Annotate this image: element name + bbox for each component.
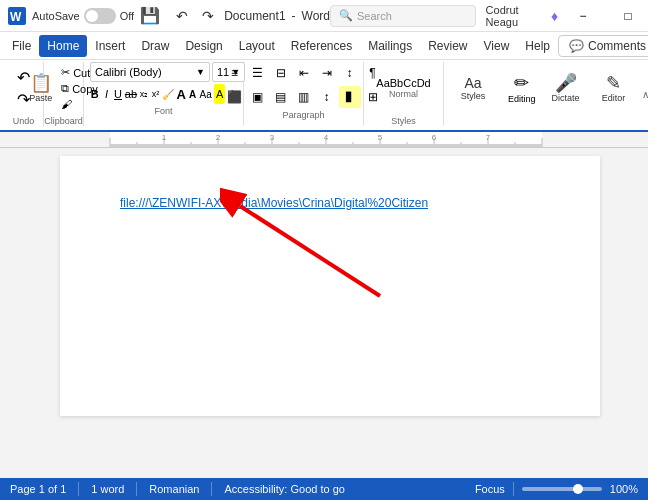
menu-review[interactable]: Review [420,35,475,57]
styles-gallery-button[interactable]: Aa Styles [448,62,498,114]
status-bar-right: Focus 100% [475,482,638,496]
undo-button[interactable]: ↶ [170,4,194,28]
superscript-button[interactable]: x² [151,84,161,104]
title-bar-right: 🔍 Search Codrut Neagu ♦ − □ ✕ [330,0,648,32]
accessibility-status[interactable]: Accessibility: Good to go [224,483,344,495]
underline-button[interactable]: U [113,84,123,104]
zoom-slider[interactable] [522,487,602,491]
increase-indent-button[interactable]: ⇥ [316,62,338,84]
ribbon-group-paragraph: ≡ ☰ ⊟ ⇤ ⇥ ↕ ¶ ⬛ ▣ ▤ ▥ ↕ ▊ ⊞ Pa [244,62,364,126]
menu-references[interactable]: References [283,35,360,57]
numbering-button[interactable]: ☰ [247,62,269,84]
shading-button[interactable]: ▊ [339,86,361,108]
clear-format-button[interactable]: 🧹 [162,84,174,104]
styles-label: Styles [391,116,416,126]
editor-button[interactable]: ✎ Editor [590,62,638,114]
ribbon-group-font: Calibri (Body) ▼ 11 ▼ B I U ab x₂ x² 🧹 [84,62,244,126]
paste-button[interactable]: 📋 Paste [25,62,56,114]
align-right-button[interactable]: ▤ [270,86,292,108]
user-name: Codrut Neagu [486,4,548,28]
zoom-percent[interactable]: 100% [610,483,638,495]
bold-button[interactable]: B [90,84,100,104]
status-sep-3 [211,482,212,496]
autosave-toggle[interactable] [84,8,116,24]
menu-layout[interactable]: Layout [231,35,283,57]
paste-label: Paste [29,93,52,103]
doc-title: Document1 [224,9,285,23]
minimize-button[interactable]: − [562,0,603,32]
editing-button[interactable]: ✏ Editing [502,62,542,114]
menu-help[interactable]: Help [517,35,558,57]
align-center-button[interactable]: ▣ [247,86,269,108]
align-left-button[interactable]: ⬛ [224,86,246,108]
language[interactable]: Romanian [149,483,199,495]
app-name: Word [302,9,330,23]
menu-view[interactable]: View [476,35,518,57]
font-name-text: Calibri (Body) [95,66,162,78]
autosave-label: AutoSave [32,10,80,22]
title-bar-left: W AutoSave Off 💾 ↶ ↷ [8,2,224,30]
shrink-font-button[interactable]: A [188,84,198,104]
copy-icon: ⧉ [61,82,69,95]
menu-mailings[interactable]: Mailings [360,35,420,57]
ribbon-collapse-button[interactable]: ∧ [638,62,648,126]
menu-draw[interactable]: Draw [133,35,177,57]
svg-line-3 [240,206,380,296]
ribbon-row: ↶ ↷ Undo 📋 Paste ✂ Cut ⧉ Copy 🖌 Clipboar… [4,62,644,126]
editing-icon: ✏ [514,72,529,94]
word-count[interactable]: 1 word [91,483,124,495]
multilevel-button[interactable]: ⊟ [270,62,292,84]
maximize-button[interactable]: □ [608,0,648,32]
cut-icon: ✂ [61,66,70,79]
search-icon: 🔍 [339,9,353,22]
status-sep-4 [513,482,514,496]
normal-label: Normal [389,89,418,99]
document-page[interactable]: file:///\ZENWIFI-AX\Media\Movies\Crina\D… [60,156,600,416]
status-bar: Page 1 of 1 1 word Romanian Accessibilit… [0,478,648,500]
subscript-button[interactable]: x₂ [139,84,149,104]
justify-button[interactable]: ▥ [293,86,315,108]
dictate-label: Dictate [552,93,580,103]
comments-button[interactable]: 💬 Comments ▼ [558,35,648,57]
search-box[interactable]: 🔍 Search [330,5,476,27]
save-icon[interactable]: 💾 [140,6,160,25]
autosave-state: Off [120,10,134,22]
case-button[interactable]: Aa [200,84,212,104]
menu-file[interactable]: File [4,35,39,57]
grow-font-button[interactable]: A [176,84,186,104]
font-name-selector[interactable]: Calibri (Body) ▼ [90,62,210,82]
status-bar-left: Page 1 of 1 1 word Romanian Accessibilit… [10,482,463,496]
dictate-icon: 🎤 [555,74,577,92]
focus-label[interactable]: Focus [475,483,505,495]
strikethrough-button[interactable]: ab [125,84,137,104]
paste-icon: 📋 [30,74,52,92]
page-info[interactable]: Page 1 of 1 [10,483,66,495]
redo-button[interactable]: ↷ [196,4,220,28]
styles-preview: AaBbCcDd [376,77,430,89]
premium-icon: ♦ [551,8,558,24]
undo-label: Undo [13,116,35,126]
normal-style-button[interactable]: AaBbCcDd Normal [368,62,438,114]
menu-insert[interactable]: Insert [87,35,133,57]
title-bar-center: Document1 - Word [224,9,330,23]
dictate-button[interactable]: 🎤 Dictate [542,62,590,114]
decrease-indent-button[interactable]: ⇤ [293,62,315,84]
font-selector-row: Calibri (Body) ▼ 11 ▼ [90,62,237,82]
comments-label: Comments [588,39,646,53]
status-sep-1 [78,482,79,496]
format-painter-icon: 🖌 [61,98,72,110]
menu-home[interactable]: Home [39,35,87,57]
autosave-group: AutoSave Off [32,8,134,24]
italic-button[interactable]: I [102,84,112,104]
page-container[interactable]: file:///\ZENWIFI-AX\Media\Movies\Crina\D… [12,148,648,480]
ribbon-group-clipboard: 📋 Paste ✂ Cut ⧉ Copy 🖌 Clipboard [44,62,84,126]
line-spacing-button[interactable]: ↕ [316,86,338,108]
ruler [0,132,648,148]
bullets-button[interactable]: ≡ [224,62,246,84]
sort-button[interactable]: ↕ [339,62,361,84]
document-link[interactable]: file:///\ZENWIFI-AX\Media\Movies\Crina\D… [120,196,428,210]
styles-gallery-icon: Aa [464,76,481,90]
status-sep-2 [136,482,137,496]
quick-access-toolbar: ↶ ↷ [166,2,224,30]
menu-design[interactable]: Design [177,35,230,57]
